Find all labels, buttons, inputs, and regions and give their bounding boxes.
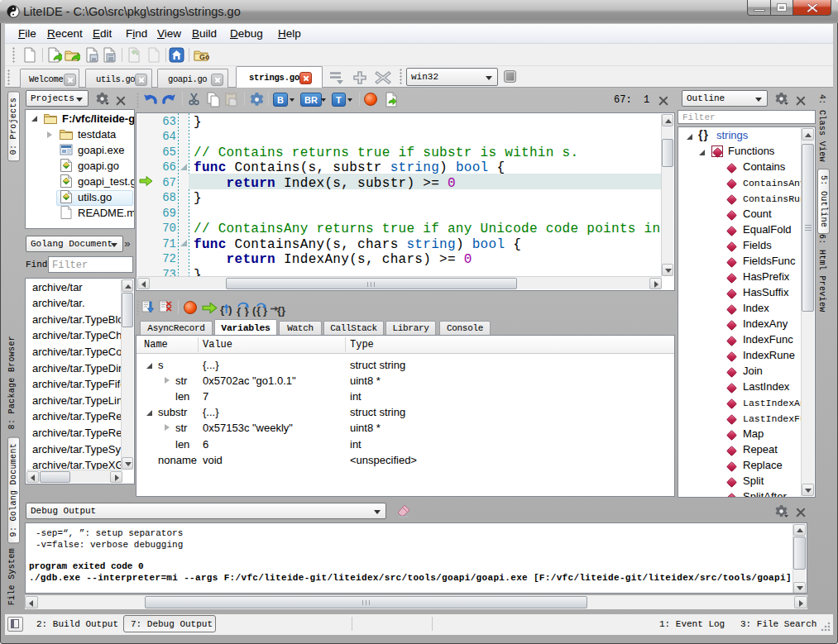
svg-text:): ) <box>228 303 232 316</box>
svg-text:{: { <box>220 303 224 316</box>
svg-text:}: } <box>281 304 285 317</box>
svg-text:Go: Go <box>199 53 209 61</box>
